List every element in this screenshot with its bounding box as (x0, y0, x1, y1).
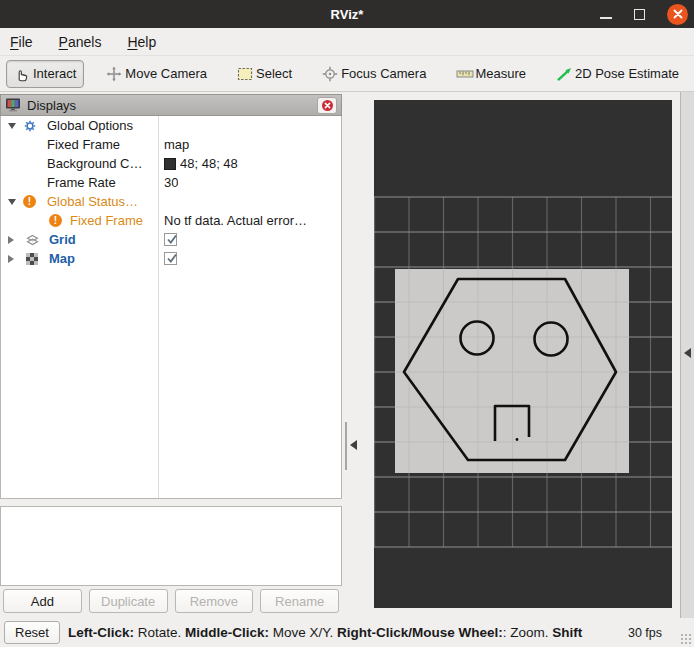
tree-row-grid[interactable]: Grid (1, 230, 341, 249)
property-name: Global Status… (47, 194, 138, 209)
scene-canvas[interactable] (374, 100, 672, 608)
window-resize-grip[interactable] (680, 633, 692, 645)
status-segment: Middle-Click: (185, 625, 269, 640)
menu-item-help[interactable]: Help (127, 34, 156, 50)
property-value[interactable]: 30 (164, 175, 178, 190)
grid-icon (25, 233, 40, 250)
property-name: Frame Rate (47, 175, 116, 190)
tree-row-map[interactable]: Map (1, 249, 341, 268)
panel-splitter[interactable] (342, 92, 374, 618)
duplicate-button: Duplicate (89, 589, 168, 613)
status-segment: Move X/Y. (269, 625, 337, 640)
render-viewport[interactable] (374, 100, 672, 608)
status-segment: Right-Click/Mouse Wheel: (337, 625, 503, 640)
display-action-buttons: AddDuplicateRemoveRename (0, 589, 342, 614)
property-value[interactable]: No tf data. Actual error… (164, 213, 307, 228)
rviz-window: { "window": { "title": "RViz*", "control… (0, 0, 694, 647)
right-panel-strip (672, 92, 694, 618)
property-value[interactable]: map (164, 137, 189, 152)
expander-closed-icon[interactable] (8, 236, 14, 244)
toolbar-button-move-camera[interactable]: Move Camera (98, 60, 215, 88)
toolbar-button-select[interactable]: Select (229, 60, 300, 88)
expander-open-icon[interactable] (8, 123, 16, 129)
remove-button: Remove (175, 589, 254, 613)
color-swatch (164, 158, 176, 170)
menu-item-panels[interactable]: Panels (59, 34, 102, 50)
map-icon (25, 252, 39, 269)
enabled-checkbox[interactable] (164, 252, 177, 265)
tree-row-fixed-frame[interactable]: !Fixed FrameNo tf data. Actual error… (1, 211, 341, 230)
toolbar-button-focus-camera[interactable]: Focus Camera (314, 60, 434, 88)
reset-button[interactable]: Reset (4, 621, 60, 644)
title-bar[interactable]: RViz* (0, 0, 694, 28)
property-name: Background C… (47, 156, 142, 171)
collapse-right-arrow-icon[interactable] (684, 348, 691, 358)
property-name: Fixed Frame (47, 137, 120, 152)
status-segment: Left-Click: (68, 625, 134, 640)
gear-icon (23, 119, 37, 136)
toolbar-button-label: Measure (475, 66, 526, 81)
status-segment: Shift (552, 625, 582, 640)
property-name: Map (49, 251, 75, 266)
property-value[interactable] (164, 233, 177, 246)
toolbar: InteractMove CameraSelectFocus CameraMea… (0, 56, 694, 92)
toolbar-button-label: Move Camera (125, 66, 207, 81)
horizontal-splitter[interactable] (0, 499, 342, 506)
menu-item-file[interactable]: File (10, 34, 33, 50)
warning-icon: ! (23, 195, 36, 208)
splitter-handle-dots (160, 502, 184, 504)
right-splitter[interactable] (680, 92, 694, 618)
close-icon[interactable] (667, 4, 688, 25)
tree-row-fixed-frame[interactable]: Fixed Framemap (1, 135, 341, 154)
toolbar-button-label: 2D Pose Estimate (575, 66, 679, 81)
expander-closed-icon[interactable] (8, 255, 14, 263)
warning-icon: ! (49, 214, 62, 227)
tree-row-background-c-[interactable]: Background C…48; 48; 48 (1, 154, 341, 173)
hand-icon (14, 66, 30, 82)
enabled-checkbox[interactable] (164, 233, 177, 246)
property-name: Grid (49, 232, 76, 247)
ruler-icon (456, 66, 472, 82)
toolbar-button-label: Interact (33, 66, 76, 81)
crosshair-icon (322, 66, 338, 82)
toolbar-button-label: Focus Camera (341, 66, 426, 81)
minimize-icon[interactable] (600, 17, 612, 19)
property-name: Fixed Frame (70, 213, 143, 228)
maximize-icon[interactable] (634, 9, 645, 20)
status-segment: Rotate. (134, 625, 185, 640)
displays-panel-header[interactable]: Displays (0, 94, 342, 116)
tree-row-frame-rate[interactable]: Frame Rate30 (1, 173, 341, 192)
description-box (0, 506, 342, 586)
mouse-help-text: Left-Click: Rotate. Middle-Click: Move X… (68, 625, 626, 640)
expander-open-icon[interactable] (8, 199, 16, 205)
window-title: RViz* (0, 7, 694, 22)
menu-bar: FilePanelsHelp (0, 28, 694, 56)
displays-close-button[interactable] (317, 97, 337, 114)
displays-monitor-icon (5, 97, 21, 113)
status-segment: : Zoom. (503, 625, 553, 640)
toolbar-button-interact[interactable]: Interact (6, 60, 84, 88)
fps-counter: 30 fps (628, 626, 662, 640)
toolbar-button-label: Select (256, 66, 292, 81)
status-bar: Reset Left-Click: Rotate. Middle-Click: … (0, 618, 694, 647)
rename-button: Rename (260, 589, 339, 613)
collapse-left-arrow-icon[interactable] (350, 440, 357, 450)
green-arrow-icon (556, 66, 572, 82)
move-arrows-icon (106, 66, 122, 82)
toolbar-button-2d-pose-estimate[interactable]: 2D Pose Estimate (548, 60, 687, 88)
splitter-dots (345, 422, 347, 470)
selection-box-icon (237, 66, 253, 82)
displays-tree[interactable]: Global OptionsFixed FramemapBackground C… (0, 116, 342, 499)
property-name: Global Options (47, 118, 133, 133)
displays-panel-title: Displays (27, 98, 76, 113)
property-value[interactable] (164, 252, 177, 265)
add-button[interactable]: Add (3, 589, 82, 613)
tree-row-global-options[interactable]: Global Options (1, 116, 341, 135)
window-controls (600, 0, 688, 28)
tree-row-global-status-[interactable]: !Global Status… (1, 192, 341, 211)
toolbar-button-measure[interactable]: Measure (448, 60, 534, 88)
property-value[interactable]: 48; 48; 48 (164, 156, 238, 171)
